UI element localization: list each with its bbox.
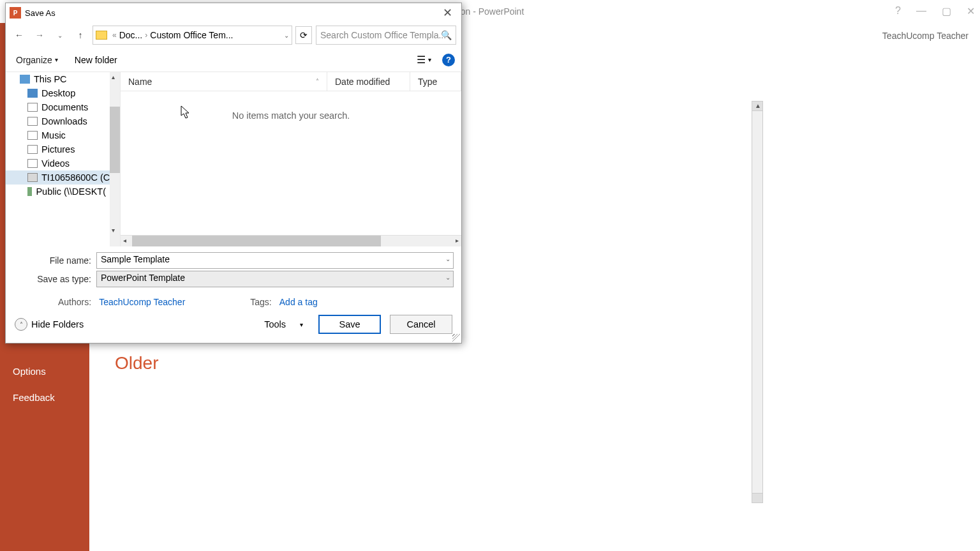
network-icon bbox=[27, 187, 32, 196]
chevron-down-icon[interactable]: ⌄ bbox=[284, 32, 289, 39]
dialog-body: This PC Desktop Documents Downloads Musi… bbox=[6, 72, 461, 246]
recent-locations-icon[interactable]: ⌄ bbox=[52, 27, 68, 43]
scroll-right-icon[interactable]: ▸ bbox=[456, 237, 459, 244]
breadcrumb-sep: « bbox=[112, 31, 117, 40]
scroll-up-icon[interactable]: ▴ bbox=[112, 73, 115, 80]
col-date[interactable]: Date modified bbox=[327, 72, 410, 91]
savetype-select[interactable]: PowerPoint Template ⌄ bbox=[96, 271, 454, 287]
tree-item-public[interactable]: Public (\\DESKT(⌄ bbox=[6, 185, 120, 199]
chevron-down-icon: ▾ bbox=[300, 321, 303, 328]
powerpoint-icon: P bbox=[10, 7, 21, 19]
tree-item-downloads[interactable]: Downloads bbox=[6, 114, 120, 128]
tags-value[interactable]: Add a tag bbox=[279, 297, 318, 307]
tree-item-videos[interactable]: Videos bbox=[6, 156, 120, 170]
breadcrumb-part[interactable]: Doc... bbox=[119, 30, 143, 40]
chevron-down-icon[interactable]: ⌄ bbox=[445, 274, 450, 281]
new-folder-button[interactable]: New folder bbox=[75, 55, 117, 65]
maximize-icon[interactable]: ▢ bbox=[942, 5, 951, 17]
file-list: Name˄ Date modified Type No items match … bbox=[121, 72, 461, 246]
tree-item-music[interactable]: Music bbox=[6, 128, 120, 142]
pc-icon bbox=[20, 75, 30, 84]
tools-button[interactable]: Tools ▾ bbox=[258, 317, 309, 332]
file-hscrollbar[interactable]: ◂ ▸ bbox=[121, 235, 461, 246]
list-view-icon: ☰ bbox=[417, 54, 426, 66]
sidebar-item-feedback[interactable]: Feedback bbox=[0, 384, 89, 411]
drive-icon bbox=[27, 173, 38, 182]
scroll-left-icon[interactable]: ◂ bbox=[123, 237, 126, 244]
ppt-title: tion - PowerPoint bbox=[456, 6, 524, 17]
save-button[interactable]: Save bbox=[318, 315, 381, 334]
older-heading: Older bbox=[115, 353, 738, 374]
scrollbar-thumb[interactable] bbox=[132, 236, 381, 246]
tree-item-drive-c[interactable]: TI10658600C (C:) bbox=[6, 170, 120, 185]
videos-icon bbox=[27, 159, 38, 168]
dialog-buttons: ˄ Hide Folders Tools ▾ Save Cancel bbox=[6, 310, 461, 343]
save-as-dialog: P Save As ✕ ← → ⌄ ↑ « Doc... › Custom Of… bbox=[5, 3, 462, 343]
music-icon bbox=[27, 131, 38, 140]
view-button[interactable]: ☰ ▾ bbox=[412, 52, 436, 68]
minimize-icon[interactable]: — bbox=[916, 5, 926, 17]
save-fields: File name: Sample Template ⌄ Save as typ… bbox=[6, 246, 461, 292]
empty-message: No items match your search. bbox=[121, 91, 461, 235]
content-scrollbar[interactable]: ▲ ▼ bbox=[752, 101, 763, 503]
scroll-up-icon[interactable]: ▲ bbox=[755, 102, 761, 109]
resize-grip[interactable] bbox=[452, 334, 460, 342]
chevron-down-icon: ▾ bbox=[428, 56, 431, 63]
metadata-row: Authors: TeachUcomp Teacher Tags: Add a … bbox=[6, 292, 461, 310]
tree-item-desktop[interactable]: Desktop bbox=[6, 86, 120, 100]
forward-button: → bbox=[31, 27, 48, 43]
organize-button[interactable]: Organize ▾ bbox=[12, 52, 62, 68]
tree-item-pictures[interactable]: Pictures bbox=[6, 142, 120, 156]
close-icon[interactable]: ✕ bbox=[967, 5, 975, 17]
savetype-label: Save as type: bbox=[13, 274, 96, 284]
back-button[interactable]: ← bbox=[11, 27, 27, 43]
folder-tree[interactable]: This PC Desktop Documents Downloads Musi… bbox=[6, 72, 121, 246]
sidebar-item-options[interactable]: Options bbox=[0, 358, 89, 384]
account-name[interactable]: TeachUcomp Teacher bbox=[882, 31, 969, 41]
dialog-title: Save As bbox=[25, 8, 437, 18]
chevron-down-icon: ▾ bbox=[55, 56, 58, 63]
dialog-titlebar: P Save As ✕ bbox=[6, 3, 461, 22]
documents-icon bbox=[27, 103, 38, 112]
tree-item-documents[interactable]: Documents bbox=[6, 100, 120, 114]
folder-icon bbox=[96, 31, 107, 40]
filename-label: File name: bbox=[13, 255, 96, 266]
help-icon[interactable]: ? bbox=[895, 5, 901, 17]
column-headers: Name˄ Date modified Type bbox=[121, 72, 461, 91]
col-name[interactable]: Name˄ bbox=[121, 72, 327, 91]
authors-label: Authors: bbox=[58, 297, 91, 307]
col-type[interactable]: Type bbox=[410, 72, 461, 91]
dialog-close-button[interactable]: ✕ bbox=[437, 6, 457, 20]
nav-bar: ← → ⌄ ↑ « Doc... › Custom Office Tem... … bbox=[6, 22, 461, 48]
sort-asc-icon: ˄ bbox=[316, 78, 319, 85]
scrollbar-thumb[interactable] bbox=[110, 107, 120, 173]
scroll-down-icon[interactable]: ▼ bbox=[755, 495, 761, 502]
breadcrumb-part[interactable]: Custom Office Tem... bbox=[150, 30, 233, 40]
up-button[interactable]: ↑ bbox=[72, 27, 89, 43]
dialog-toolbar: Organize ▾ New folder ☰ ▾ ? bbox=[6, 48, 461, 72]
refresh-button[interactable]: ⟳ bbox=[295, 26, 312, 44]
chevron-down-icon[interactable]: ⌄ bbox=[445, 255, 450, 262]
chevron-up-icon: ˄ bbox=[15, 318, 27, 331]
hide-folders-button[interactable]: ˄ Hide Folders bbox=[15, 318, 84, 331]
tags-label: Tags: bbox=[250, 297, 271, 307]
cancel-button[interactable]: Cancel bbox=[390, 315, 452, 334]
tree-item-thispc[interactable]: This PC bbox=[6, 72, 120, 86]
search-input[interactable]: Search Custom Office Templa... 🔍 bbox=[316, 26, 456, 45]
search-icon[interactable]: 🔍 bbox=[441, 30, 452, 40]
chevron-right-icon[interactable]: › bbox=[145, 31, 147, 40]
downloads-icon bbox=[27, 117, 38, 126]
address-bar[interactable]: « Doc... › Custom Office Tem... ⌄ bbox=[93, 26, 292, 45]
filename-input[interactable]: Sample Template ⌄ bbox=[96, 252, 454, 269]
authors-value[interactable]: TeachUcomp Teacher bbox=[99, 297, 185, 307]
scroll-down-icon[interactable]: ▾ bbox=[112, 227, 115, 234]
tree-scrollbar[interactable]: ▴ ▾ bbox=[110, 72, 120, 246]
help-button[interactable]: ? bbox=[442, 54, 455, 66]
pictures-icon bbox=[27, 145, 38, 154]
search-placeholder: Search Custom Office Templa... bbox=[320, 30, 446, 40]
desktop-icon bbox=[27, 89, 38, 98]
